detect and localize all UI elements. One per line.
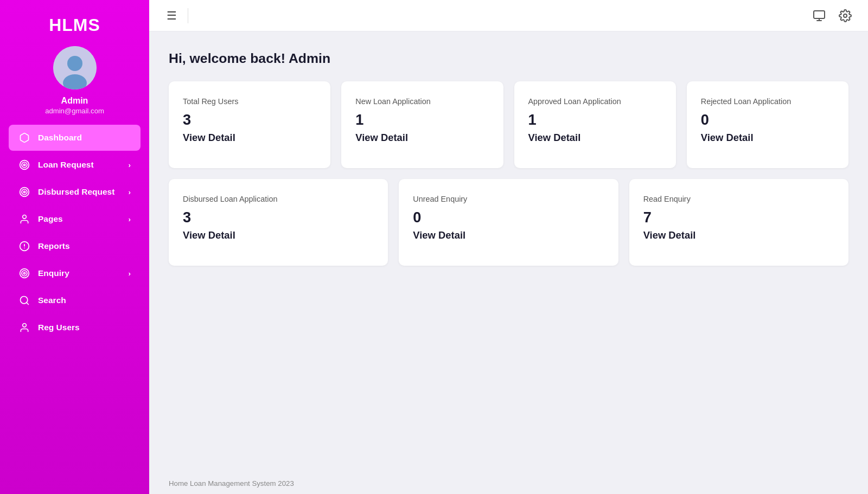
target-icon [19, 187, 30, 197]
reports-icon [18, 240, 30, 252]
nav-arrow-loan-request: › [128, 161, 131, 169]
card-label-read-enquiry: Read Enquiry [643, 194, 834, 204]
sidebar-item-search[interactable]: Search [9, 287, 141, 313]
topbar-divider [188, 8, 188, 23]
nav-arrow-disbursed-request: › [128, 188, 131, 196]
card-link-approved-loan-application[interactable]: View Detail [528, 132, 662, 144]
search-icon [18, 294, 30, 306]
nav-label-disbursed-request: Disbursed Request [38, 187, 114, 197]
sidebar-item-pages[interactable]: Pages › [9, 206, 141, 232]
sidebar-item-reg-users[interactable]: Reg Users [9, 315, 141, 341]
card-label-total-reg-users: Total Reg Users [183, 97, 316, 107]
welcome-heading: Hi, welcome back! Admin [169, 51, 848, 66]
monitor-button[interactable] [809, 6, 829, 25]
top-cards-grid: Total Reg Users 3 View Detail New Loan A… [169, 81, 848, 168]
person-icon [18, 213, 30, 225]
svg-point-1 [67, 56, 82, 71]
reports-icon [19, 241, 30, 252]
topbar: ☰ [149, 0, 868, 31]
card-label-approved-loan-application: Approved Loan Application [528, 97, 662, 107]
sidebar-nav: Dashboard Loan Request › Disbursed Reque… [0, 125, 149, 342]
app-logo: HLMS [49, 0, 100, 46]
monitor-icon [813, 9, 826, 22]
card-label-disbursed-loan-application: Disbursed Loan Application [183, 194, 374, 204]
svg-point-8 [23, 191, 25, 193]
sidebar-username: Admin [61, 96, 88, 106]
svg-point-7 [22, 189, 27, 195]
settings-icon [839, 9, 852, 22]
svg-point-22 [844, 14, 847, 17]
target-icon [19, 268, 30, 279]
svg-point-15 [23, 272, 25, 274]
card-link-unread-enquiry[interactable]: View Detail [413, 229, 604, 241]
target-icon [18, 159, 30, 171]
card-rejected-loan-application[interactable]: Rejected Loan Application 0 View Detail [687, 81, 848, 168]
target-icon [18, 186, 30, 198]
main-content: Hi, welcome back! Admin Total Reg Users … [149, 31, 868, 473]
settings-button[interactable] [835, 6, 855, 25]
nav-label-reports: Reports [38, 241, 70, 251]
card-link-new-loan-application[interactable]: View Detail [355, 132, 489, 144]
nav-label-pages: Pages [38, 214, 63, 224]
sidebar-item-disbursed-request[interactable]: Disbursed Request › [9, 179, 141, 205]
target-icon [18, 267, 30, 279]
card-approved-loan-application[interactable]: Approved Loan Application 1 View Detail [514, 81, 676, 168]
nav-label-loan-request: Loan Request [38, 160, 94, 170]
card-link-rejected-loan-application[interactable]: View Detail [701, 132, 834, 144]
svg-point-5 [23, 164, 25, 165]
nav-label-search: Search [38, 296, 66, 305]
sidebar-item-enquiry[interactable]: Enquiry › [9, 260, 141, 286]
box-icon [19, 132, 30, 143]
card-count-new-loan-application: 1 [355, 111, 489, 129]
card-count-rejected-loan-application: 0 [701, 111, 834, 129]
avatar [53, 46, 97, 89]
svg-point-14 [22, 271, 27, 276]
card-unread-enquiry[interactable]: Unread Enquiry 0 View Detail [399, 179, 618, 266]
person-icon [19, 214, 30, 224]
card-count-total-reg-users: 3 [183, 111, 316, 129]
card-count-approved-loan-application: 1 [528, 111, 662, 129]
hamburger-button[interactable]: ☰ [162, 7, 181, 24]
card-link-total-reg-users[interactable]: View Detail [183, 132, 316, 144]
box-icon [18, 132, 30, 144]
nav-label-dashboard: Dashboard [38, 133, 82, 143]
card-label-unread-enquiry: Unread Enquiry [413, 194, 604, 204]
nav-label-reg-users: Reg Users [38, 323, 80, 332]
svg-point-9 [23, 215, 27, 219]
card-count-unread-enquiry: 0 [413, 209, 604, 226]
footer: Home Loan Management System 2023 [149, 473, 868, 494]
bottom-cards-grid: Disbursed Loan Application 3 View Detail… [169, 179, 848, 266]
card-label-new-loan-application: New Loan Application [355, 97, 489, 107]
target-icon [19, 159, 30, 170]
sidebar-email: admin@gmail.com [45, 107, 104, 115]
card-new-loan-application[interactable]: New Loan Application 1 View Detail [341, 81, 503, 168]
sidebar-item-dashboard[interactable]: Dashboard [9, 125, 141, 151]
card-link-read-enquiry[interactable]: View Detail [643, 229, 834, 241]
person-icon [19, 322, 30, 333]
sidebar: HLMS Admin admin@gmail.com Dashboard Loa… [0, 0, 149, 494]
card-count-disbursed-loan-application: 3 [183, 209, 374, 226]
svg-rect-19 [814, 11, 825, 18]
nav-arrow-pages: › [128, 215, 131, 223]
svg-line-17 [27, 303, 29, 305]
card-total-reg-users[interactable]: Total Reg Users 3 View Detail [169, 81, 330, 168]
nav-arrow-enquiry: › [128, 270, 131, 278]
nav-label-enquiry: Enquiry [38, 268, 69, 278]
svg-point-18 [23, 324, 27, 328]
sidebar-item-reports[interactable]: Reports [9, 233, 141, 259]
card-label-rejected-loan-application: Rejected Loan Application [701, 97, 834, 107]
svg-point-4 [22, 162, 27, 168]
person-icon [18, 322, 30, 333]
hamburger-icon: ☰ [167, 9, 177, 22]
card-count-read-enquiry: 7 [643, 209, 834, 226]
card-read-enquiry[interactable]: Read Enquiry 7 View Detail [629, 179, 848, 266]
card-disbursed-loan-application[interactable]: Disbursed Loan Application 3 View Detail [169, 179, 388, 266]
main-area: ☰ Hi, welcome back! Admin Total Reg User… [149, 0, 868, 494]
card-link-disbursed-loan-application[interactable]: View Detail [183, 229, 374, 241]
sidebar-item-loan-request[interactable]: Loan Request › [9, 152, 141, 178]
search-icon [19, 295, 30, 306]
